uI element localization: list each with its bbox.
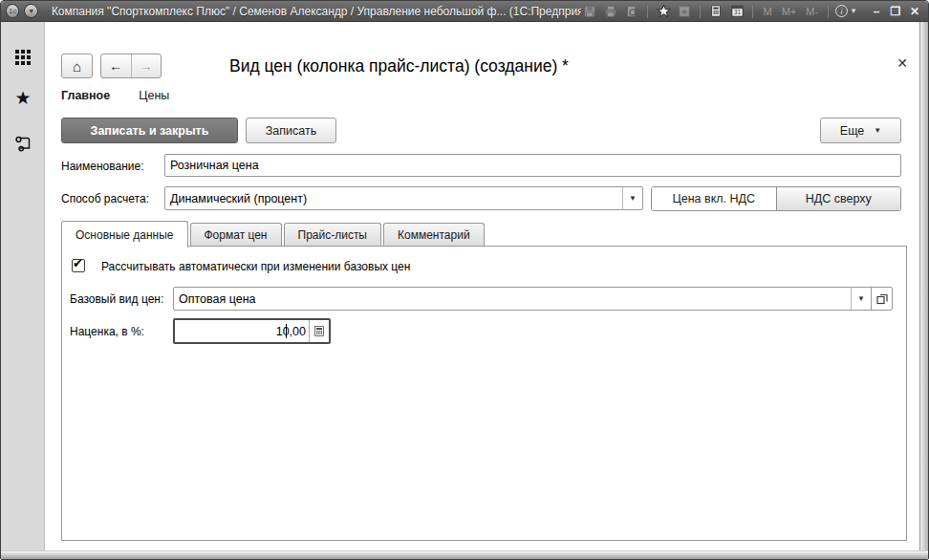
sections-menu-icon[interactable]: [1, 41, 45, 74]
name-label: Наименование:: [61, 160, 144, 173]
minimize-button[interactable]: –: [869, 5, 884, 18]
toolbar-separator: [752, 5, 753, 18]
svg-text:31: 31: [734, 9, 742, 15]
more-button-label: Еще: [840, 124, 864, 138]
toolbar-separator: [647, 5, 648, 18]
text-caret: [286, 324, 287, 338]
dropdown-arrow-icon[interactable]: ▼: [851, 288, 871, 310]
window-frame-bottom: [1, 550, 928, 559]
base-price-label: Базовый вид цен:: [70, 292, 163, 306]
history-nav-group: ← →: [100, 54, 162, 78]
tab-main-data[interactable]: Основные данные: [61, 221, 188, 248]
memory-m-minus-button[interactable]: M-: [803, 6, 821, 17]
favorites-panel-icon[interactable]: ★: [1, 81, 45, 114]
tab-price-lists[interactable]: Прайс-листы: [284, 223, 382, 247]
save-button[interactable]: Записать: [246, 118, 336, 143]
markup-value: 10,00: [175, 325, 309, 338]
titlebar-toolbar: 31 M M+ M- i ▼ – ❐ ✕: [581, 4, 928, 19]
dropdown-arrow-icon[interactable]: ▼: [622, 187, 642, 209]
form-close-icon[interactable]: ✕: [897, 56, 908, 70]
markup-input[interactable]: 10,00: [173, 318, 331, 344]
calendar-icon[interactable]: 31: [728, 4, 745, 19]
save-icon[interactable]: [581, 4, 598, 19]
markup-label: Наценка, в %:: [70, 325, 144, 338]
close-button[interactable]: ✕: [907, 5, 922, 18]
tab-panel-main-data: ✔ Рассчитывать автоматически при изменен…: [61, 246, 907, 541]
favorites-icon[interactable]: [655, 4, 672, 19]
base-price-combobox[interactable]: Оптовая цена ▼: [173, 287, 893, 311]
method-value: Динамический (процент): [165, 187, 622, 209]
calculator-button-icon[interactable]: [309, 320, 329, 342]
info-menu-button[interactable]: i ▼: [835, 5, 857, 17]
titlebar: 1c ▼ Компания "Спорткомплекс Плюс" / Сем…: [1, 1, 928, 22]
print-icon[interactable]: [602, 4, 619, 19]
price-type-form: ⌂ ← → Вид цен (колонка прайс-листа) (соз…: [46, 22, 919, 550]
app-window: 1c ▼ Компания "Спорткомплекс Плюс" / Сем…: [0, 0, 929, 560]
calculator-icon[interactable]: [707, 4, 724, 19]
tab-price-format[interactable]: Формат цен: [190, 223, 282, 247]
add-favorite-icon[interactable]: [676, 4, 693, 19]
tab-comment[interactable]: Комментарий: [383, 223, 485, 247]
open-item-icon[interactable]: [871, 288, 892, 310]
link-glavnoe[interactable]: Главное: [61, 89, 110, 102]
auto-calc-label: Рассчитывать автоматически при изменении…: [101, 260, 410, 273]
vat-included-option[interactable]: Цена вкл. НДС: [652, 187, 776, 210]
checkmark-icon: ✔: [73, 256, 83, 270]
main-menu-button[interactable]: ▼: [24, 4, 37, 18]
save-and-close-button[interactable]: Записать и закрыть: [61, 118, 238, 143]
base-price-value: Оптовая цена: [174, 288, 851, 310]
toolbar-separator: [828, 5, 829, 18]
name-input[interactable]: [164, 154, 901, 177]
print-preview-icon[interactable]: [623, 4, 640, 19]
toolbar-separator: [700, 5, 701, 18]
memory-m-button[interactable]: M: [760, 6, 774, 17]
tab-bar: Основные данные Формат цен Прайс-листы К…: [61, 220, 486, 247]
chevron-down-icon: ▼: [850, 7, 857, 15]
method-combobox[interactable]: Динамический (процент) ▼: [164, 186, 643, 210]
more-button[interactable]: Еще ▼: [820, 118, 901, 143]
app-logo-icon[interactable]: 1c: [6, 4, 19, 18]
forward-button[interactable]: →: [132, 54, 162, 77]
vat-toggle: Цена вкл. НДС НДС сверху: [651, 186, 901, 211]
home-button[interactable]: ⌂: [61, 54, 93, 78]
info-icon: i: [835, 5, 848, 17]
window-frame-right: [919, 22, 928, 559]
page-title: Вид цен (колонка прайс-листа) (создание)…: [229, 56, 569, 76]
form-nav-links: Главное Цены: [61, 89, 169, 102]
window-title: Компания "Спорткомплекс Плюс" / Семенов …: [52, 5, 582, 18]
maximize-button[interactable]: ❐: [888, 5, 903, 18]
method-label: Способ расчета:: [61, 192, 149, 205]
auto-calc-checkbox[interactable]: ✔: [72, 259, 85, 272]
history-icon[interactable]: [1, 127, 45, 160]
vat-on-top-option[interactable]: НДС сверху: [776, 187, 901, 210]
link-tseny[interactable]: Цены: [139, 89, 169, 102]
memory-m-plus-button[interactable]: M+: [779, 6, 800, 17]
back-button[interactable]: ←: [101, 54, 132, 77]
tools-sidebar: ★: [1, 22, 45, 550]
chevron-down-icon: ▼: [874, 126, 881, 135]
